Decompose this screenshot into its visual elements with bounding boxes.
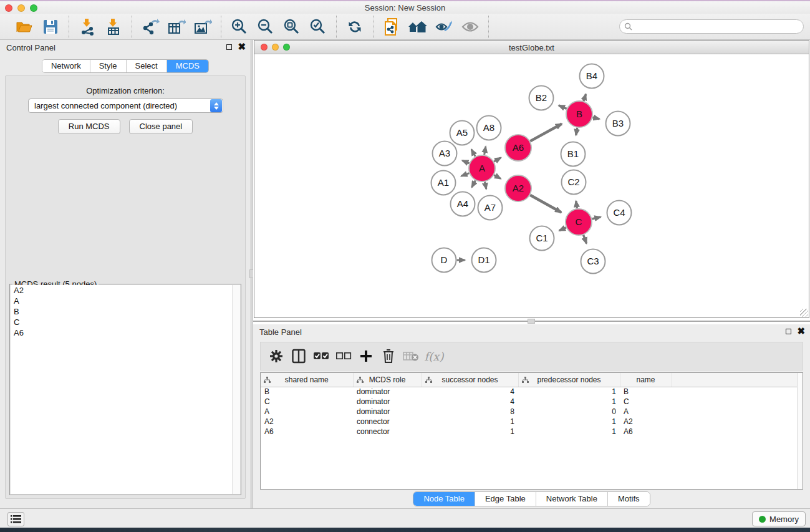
edge-A-A3[interactable] [462, 160, 469, 163]
close-panel-icon[interactable]: ✖ [238, 43, 246, 51]
run-mcds-button[interactable]: Run MCDS [58, 119, 120, 134]
cell-successor_nodes[interactable]: 4 [422, 387, 518, 397]
cell-predecessor_nodes[interactable]: 1 [518, 387, 620, 397]
list-scrollbar[interactable] [232, 285, 240, 494]
float-panel-icon[interactable] [786, 329, 791, 334]
graph-node-A3[interactable]: A3 [433, 142, 457, 166]
open-file-icon[interactable] [11, 16, 37, 37]
tab-style[interactable]: Style [90, 60, 127, 72]
edge-B-B4[interactable] [584, 94, 586, 101]
zoom-out-icon[interactable] [253, 16, 279, 37]
edge-B-B2[interactable] [559, 105, 567, 109]
cell-name[interactable]: C [620, 397, 672, 407]
edge-A-A4[interactable] [472, 180, 476, 187]
column-browser-icon[interactable] [289, 345, 308, 367]
cell-name[interactable]: A6 [620, 427, 672, 437]
cell-shared_name[interactable]: A6 [261, 427, 353, 437]
window-resize-grip[interactable] [800, 309, 808, 317]
graph-node-B3[interactable]: B3 [606, 112, 630, 136]
add-column-icon[interactable] [357, 345, 375, 367]
graph-node-A6[interactable]: A6 [505, 135, 531, 161]
gear-icon[interactable] [267, 345, 286, 367]
graph-node-B4[interactable]: B4 [580, 64, 604, 89]
cell-successor_nodes[interactable]: 1 [422, 417, 518, 427]
edge-A-A8[interactable] [485, 147, 486, 155]
table-row[interactable]: Bdominator41B [261, 387, 803, 397]
network-graph[interactable]: B4B2BB3A5A8A6A3B1AA1C2A2A4A7CC4C1C3DD1 [254, 54, 809, 317]
graph-node-D[interactable]: D [432, 248, 456, 273]
float-panel-icon[interactable] [226, 44, 232, 50]
select-all-icon[interactable] [312, 345, 330, 367]
cell-predecessor_nodes[interactable]: 1 [518, 397, 620, 407]
tab-network-table[interactable]: Network Table [536, 492, 608, 506]
graph-node-B[interactable]: B [566, 101, 592, 127]
cell-predecessor_nodes[interactable]: 0 [518, 407, 620, 417]
cell-successor_nodes[interactable]: 1 [422, 427, 518, 437]
column-header-successor-nodes[interactable]: successor nodes [422, 373, 518, 387]
edge-C-C1[interactable] [559, 228, 566, 231]
import-network-icon[interactable] [74, 16, 100, 37]
edge-A6-B[interactable] [530, 123, 562, 141]
cell-mcds_role[interactable]: connector [353, 427, 422, 437]
export-image-icon[interactable] [190, 16, 216, 37]
graph-node-C2[interactable]: C2 [562, 170, 586, 195]
import-table-icon[interactable] [100, 16, 127, 37]
table-scrollbar[interactable] [797, 373, 803, 489]
table-row[interactable]: Cdominator41C [261, 397, 803, 407]
refresh-icon[interactable] [342, 16, 368, 37]
tab-node-table[interactable]: Node Table [413, 492, 475, 506]
column-header-predecessor-nodes[interactable]: predecessor nodes [518, 373, 620, 387]
tab-select[interactable]: Select [127, 60, 167, 72]
close-panel-button[interactable]: Close panel [129, 119, 193, 134]
show-hide-icon[interactable] [457, 16, 483, 37]
edge-A-A7[interactable] [485, 182, 486, 190]
tab-edge-table[interactable]: Edge Table [475, 492, 536, 506]
mcds-result-item[interactable]: A [11, 296, 240, 306]
column-header-shared-name[interactable]: shared name [261, 373, 353, 387]
graph-node-C1[interactable]: C1 [530, 226, 554, 251]
memory-button[interactable]: Memory [752, 511, 806, 526]
graph-node-D1[interactable]: D1 [472, 248, 496, 273]
cell-predecessor_nodes[interactable]: 1 [518, 427, 620, 437]
graph-node-B1[interactable]: B1 [561, 142, 586, 167]
export-network-icon[interactable] [137, 16, 163, 37]
edge-A-A2[interactable] [494, 175, 501, 179]
deselect-all-icon[interactable] [334, 345, 353, 367]
cell-name[interactable]: A [620, 407, 672, 417]
column-header-mcds-role[interactable]: MCDS role [353, 373, 422, 387]
graph-node-A8[interactable]: A8 [477, 116, 501, 140]
network-canvas[interactable]: B4B2BB3A5A8A6A3B1AA1C2A2A4A7CC4C1C3DD1 [254, 54, 809, 317]
cell-mcds_role[interactable]: dominator [353, 397, 422, 407]
network-window-titlebar[interactable]: testGlobe.txt [254, 41, 809, 54]
graph-node-A5[interactable]: A5 [450, 121, 475, 145]
table-row[interactable]: A2connector11A2 [261, 417, 803, 427]
edge-C-C2[interactable] [576, 201, 577, 208]
edge-C-C3[interactable] [584, 235, 587, 244]
edge-B-B1[interactable] [576, 128, 577, 135]
task-history-button[interactable] [7, 512, 24, 526]
cell-shared_name[interactable]: C [261, 397, 353, 407]
mcds-result-item[interactable]: C [11, 317, 240, 327]
cell-successor_nodes[interactable]: 8 [422, 407, 518, 417]
cell-name[interactable]: A2 [620, 417, 672, 427]
graph-node-C4[interactable]: C4 [607, 201, 632, 225]
mcds-result-item[interactable]: A2 [11, 285, 240, 296]
cell-shared_name[interactable]: A2 [261, 417, 353, 427]
column-header-name[interactable]: name [620, 373, 672, 387]
search-input[interactable] [632, 22, 803, 31]
cell-shared_name[interactable]: A [261, 407, 353, 417]
edge-A2-C[interactable] [530, 195, 561, 213]
edge-A-A1[interactable] [461, 173, 470, 177]
cell-name[interactable]: B [620, 387, 672, 397]
criterion-dropdown[interactable]: largest connected component (directed) [28, 99, 223, 113]
horizontal-splitter[interactable] [253, 318, 810, 324]
graph-node-A7[interactable]: A7 [478, 196, 503, 220]
zoom-fit-icon[interactable] [279, 16, 305, 37]
mcds-result-list[interactable]: A2ABCA6 [11, 285, 240, 494]
cell-mcds_role[interactable]: dominator [353, 407, 422, 417]
edge-C-C4[interactable] [592, 217, 600, 219]
delete-icon[interactable] [379, 345, 398, 367]
node-table[interactable]: shared nameMCDS rolesuccessor nodesprede… [260, 372, 803, 490]
save-session-icon[interactable] [37, 16, 64, 37]
tab-network[interactable]: Network [42, 60, 90, 72]
